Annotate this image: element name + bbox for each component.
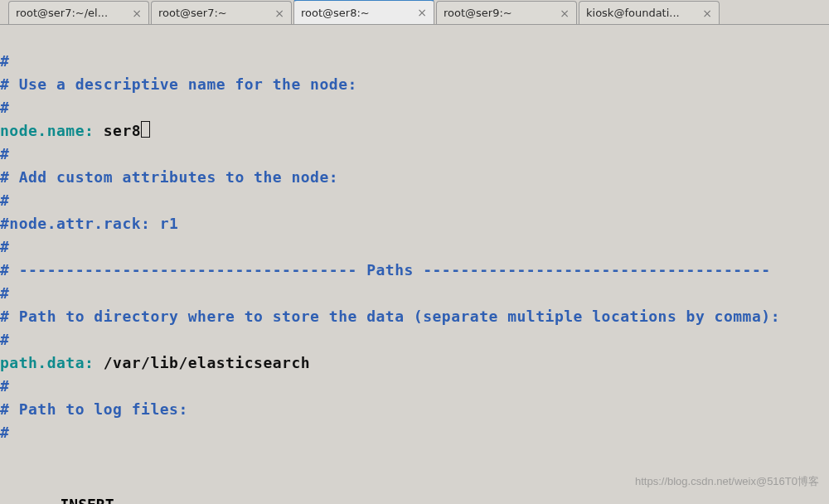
config-line: # Add custom attributes to the node: bbox=[0, 168, 338, 186]
config-line: # Path to log files: bbox=[0, 400, 188, 418]
tab-ser9[interactable]: root@ser9:~ × bbox=[436, 1, 577, 24]
config-line: # bbox=[0, 331, 9, 348]
tab-bar: root@ser7:~/el... × root@ser7:~ × root@s… bbox=[0, 0, 829, 25]
close-icon[interactable]: × bbox=[417, 7, 427, 18]
yaml-value: ser8 bbox=[94, 122, 141, 139]
tab-label: root@ser8:~ bbox=[301, 7, 410, 19]
config-line: # Use a descriptive name for the node: bbox=[0, 75, 357, 93]
config-line: # bbox=[0, 52, 9, 70]
config-line: # bbox=[0, 99, 9, 116]
yaml-key: node.name: bbox=[0, 122, 94, 139]
config-line: # Path to directory where to store the d… bbox=[0, 308, 780, 325]
terminal-editor[interactable]: # # Use a descriptive name for the node:… bbox=[0, 25, 829, 444]
cursor bbox=[141, 121, 150, 138]
close-icon[interactable]: × bbox=[560, 7, 570, 19]
vim-mode: INSERT bbox=[61, 496, 114, 504]
config-line: # bbox=[0, 424, 9, 441]
config-line: # bbox=[0, 191, 9, 209]
config-line: #node.attr.rack: r1 bbox=[0, 215, 178, 232]
tab-label: kiosk@foundati... bbox=[586, 7, 696, 19]
tab-label: root@ser7:~/el... bbox=[16, 7, 125, 19]
close-icon[interactable]: × bbox=[702, 7, 712, 19]
tab-kiosk[interactable]: kiosk@foundati... × bbox=[579, 1, 720, 24]
config-line: # bbox=[0, 284, 9, 302]
section-header: # ------------------------------------ P… bbox=[0, 261, 771, 279]
tab-ser8[interactable]: root@ser8:~ × bbox=[293, 0, 434, 24]
config-line: # bbox=[0, 238, 9, 255]
tab-label: root@ser7:~ bbox=[158, 7, 268, 19]
vim-status-line: -- INSERT -- bbox=[0, 496, 829, 504]
tab-ser7-el[interactable]: root@ser7:~/el... × bbox=[8, 1, 149, 24]
close-icon[interactable]: × bbox=[274, 7, 284, 19]
close-icon[interactable]: × bbox=[132, 7, 142, 19]
config-line: # bbox=[0, 145, 9, 162]
yaml-value: /var/lib/elasticsearch bbox=[94, 354, 310, 371]
yaml-key: path.data: bbox=[0, 354, 94, 371]
config-line: # bbox=[0, 377, 9, 395]
tab-label: root@ser9:~ bbox=[444, 7, 553, 19]
tab-ser7[interactable]: root@ser7:~ × bbox=[151, 1, 292, 24]
watermark-text: https://blog.csdn.net/weix@516T0博客 bbox=[635, 474, 819, 489]
